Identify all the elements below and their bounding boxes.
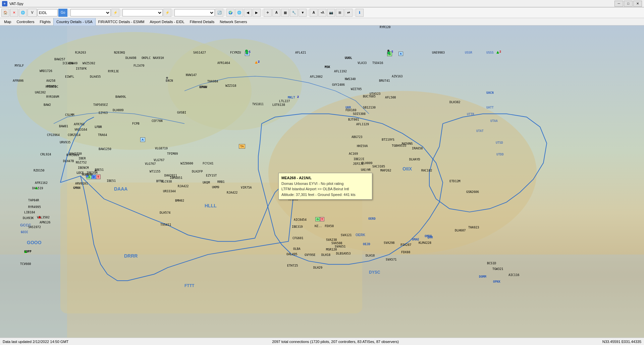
- menu-fir-details[interactable]: FIR/ARTCC Details - ESMM: [96, 18, 147, 25]
- flight-tooltip[interactable]: MEA268 - A21N/L Domas Urbonas EYVI - No …: [278, 173, 372, 200]
- toolbar: 🏠 ✕ 🌐 V Go ⚡ ⚡ 🔄 🌍 🌐 ◀ ▶ ✈ A ▦ 🔧 ▼ A ▪A …: [0, 7, 644, 18]
- title-bar: ✈ VAT-Spy ─ □ ✕: [0, 0, 644, 7]
- toolbar-arrows-button[interactable]: ⇄: [344, 9, 353, 17]
- toolbar-refresh2-button[interactable]: 🔄: [215, 9, 223, 17]
- filter-dropdown-2[interactable]: [122, 9, 163, 16]
- menu-network-servers[interactable]: Network Servers: [217, 18, 250, 25]
- toolbar-info-button[interactable]: ℹ: [356, 9, 364, 17]
- toolbar-separator-3: [173, 9, 173, 16]
- filter-dropdown-1[interactable]: [70, 9, 111, 16]
- minimize-button[interactable]: ─: [614, 1, 623, 7]
- toolbar-separator-1: [69, 9, 69, 16]
- connection-count: 2097 total connections (1720 pilots, 207…: [272, 340, 399, 344]
- menu-map[interactable]: Map: [1, 18, 14, 25]
- status-bar: Data last updated 2/12/2022 14:50 GMT 20…: [0, 338, 644, 345]
- tooltip-line3: Altitude: 37,301 feet - Ground Speed: 44…: [281, 192, 369, 198]
- callsign-input[interactable]: [38, 9, 58, 16]
- menu-airport-details[interactable]: Airport Details - EIDL: [147, 18, 187, 25]
- menu-bar: Map Controllers Flights Country Details …: [0, 18, 644, 25]
- toolbar-bold-a[interactable]: A: [310, 9, 318, 17]
- menu-controllers[interactable]: Controllers: [14, 18, 37, 25]
- toolbar-separator-5: [262, 9, 262, 16]
- coordinates: N33.45591 E031.44335: [602, 340, 641, 344]
- go-button[interactable]: Go: [58, 9, 67, 17]
- window-controls[interactable]: ─ □ ✕: [614, 1, 642, 7]
- close-button[interactable]: ✕: [633, 1, 642, 7]
- toolbar-arrow-left[interactable]: ◀: [244, 9, 252, 17]
- toolbar-separator-7: [354, 9, 354, 16]
- maximize-button[interactable]: □: [624, 1, 633, 7]
- toolbar-filter-button[interactable]: ⚡: [111, 9, 119, 17]
- toolbar-filter2-button[interactable]: ⚡: [163, 9, 171, 17]
- toolbar-camera-button[interactable]: 📷: [327, 9, 335, 17]
- toolbar-text-button[interactable]: A: [272, 9, 280, 17]
- toolbar-tag-button[interactable]: ▼: [299, 9, 307, 17]
- last-updated: Data last updated 2/12/2022 14:50 GMT: [3, 340, 68, 344]
- app-icon: ✈: [2, 1, 7, 6]
- menu-filtered-details[interactable]: Filtered Details: [187, 18, 217, 25]
- filter-dropdown-3[interactable]: [174, 9, 215, 16]
- toolbar-refresh-button[interactable]: 🌐: [19, 9, 27, 17]
- toolbar-globe-button[interactable]: 🌍: [226, 9, 234, 17]
- toolbar-aircraft-button[interactable]: ✈: [264, 9, 272, 17]
- toolbar-square-a[interactable]: ▪A: [318, 9, 326, 17]
- toolbar-box-button[interactable]: ▦: [281, 9, 289, 17]
- menu-country-details[interactable]: Country Details - USA: [53, 18, 96, 25]
- toolbar-separator-2: [121, 9, 121, 16]
- tooltip-title: MEA268 - A21N/L: [281, 175, 369, 181]
- tooltip-line2: LTFM Istanbul Airport >> OLBA Beirut Int…: [281, 186, 369, 192]
- toolbar-grid-button[interactable]: ⊞: [336, 9, 344, 17]
- app-title: VAT-Spy: [9, 2, 23, 6]
- toolbar-vatsim-button[interactable]: V: [28, 9, 37, 17]
- toolbar-stop-button[interactable]: ✕: [10, 9, 18, 17]
- title-bar-left: ✈ VAT-Spy: [2, 1, 23, 6]
- toolbar-icon-button[interactable]: 🔧: [290, 9, 298, 17]
- toolbar-separator-4: [225, 9, 225, 16]
- toolbar-home-button[interactable]: 🏠: [1, 9, 9, 17]
- map-area[interactable]: DAAA DRRR HLLL OIIX GOOO FTTT GCCC DYSC …: [0, 25, 644, 338]
- menu-flights[interactable]: Flights: [37, 18, 53, 25]
- toolbar-earth-button[interactable]: 🌐: [235, 9, 243, 17]
- tooltip-line1: Domas Urbonas EYVI - No pilot rating: [281, 181, 369, 187]
- toolbar-arrow-right[interactable]: ▶: [253, 9, 261, 17]
- toolbar-separator-6: [308, 9, 308, 16]
